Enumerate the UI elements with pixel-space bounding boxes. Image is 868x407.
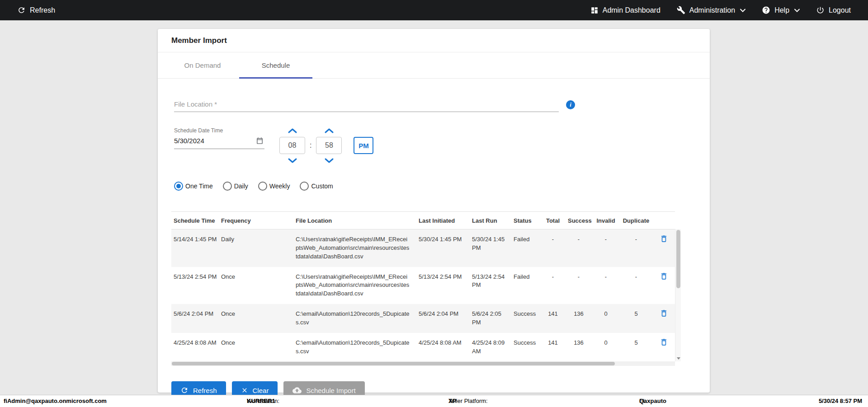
administration-label: Administration [689,6,735,14]
administration-menu[interactable]: Administration [677,6,745,14]
table-row: 5/14/24 1:45 PM Daily C:\Users\ratnak\gi… [171,229,675,267]
schedule-import-button-label: Schedule Import [306,387,355,394]
cell-duplicate: - [622,267,656,304]
minute-input[interactable] [316,137,342,154]
tab-on-demand[interactable]: On Demand [166,52,239,78]
table-row: 5/6/24 2:04 PM Once C:\email\Automation\… [171,304,675,333]
calendar-icon[interactable] [256,137,264,146]
cell-total: - [544,267,568,304]
cell-invalid: - [596,229,622,267]
radio-weekly[interactable]: Weekly [258,182,290,191]
page-title: Member Import [171,36,227,45]
radio-icon [258,182,267,191]
schedule-date-input[interactable] [174,135,264,149]
help-label: Help [774,6,789,14]
logout-nav[interactable]: Logout [816,6,851,14]
radio-label: Weekly [269,182,290,190]
cell-duplicate: 5 [622,333,656,362]
col-invalid: Invalid [596,212,622,229]
file-location-input[interactable] [174,98,559,112]
topbar: Refresh Admin Dashboard Administration H… [0,0,868,20]
table-header-row: Schedule Time Frequency File Location La… [171,212,675,229]
hour-decrement-button[interactable] [288,157,297,164]
tab-bar: On Demand Schedule [158,52,710,79]
teller-platform-label: Teller Platform: [448,395,488,407]
delete-row-button[interactable] [660,234,668,244]
tab-schedule[interactable]: Schedule [239,52,312,78]
col-actions [656,212,675,229]
workstation-label: Workstation: [247,395,279,407]
chevron-down-icon [740,9,745,12]
clear-button-label: Clear [253,387,269,394]
delete-row-button[interactable] [660,338,668,348]
cell-last-run: 5/13/24 2:54 PM [472,267,514,304]
meridiem-toggle[interactable]: PM [354,137,373,154]
cell-status: Success [514,304,544,333]
delete-row-button[interactable] [660,272,668,282]
radio-label: Daily [234,182,248,190]
radio-icon [174,182,183,191]
radio-one-time[interactable]: One Time [174,182,213,191]
cell-last-initiated: 5/13/24 2:54 PM [419,267,472,304]
info-icon[interactable]: i [566,100,575,109]
footer-teller-platform: Teller Platform: XP [448,395,456,407]
col-status: Status [514,212,544,229]
footer-datetime: 5/30/24 8:57 PM [819,395,862,407]
col-frequency: Frequency [221,212,296,229]
cell-file-location: C:\email\Automation\120records_5Dupicate… [296,333,419,362]
scrollbar-thumb[interactable] [676,230,680,288]
radio-icon [223,182,232,191]
cell-frequency: Once [221,267,296,304]
cell-last-run: 4/25/24 8:09 AM [472,333,514,362]
cell-total: 141 [544,333,568,362]
scrollbar-thumb[interactable] [172,362,615,365]
table-row: 5/13/24 2:54 PM Once C:\Users\ratnak\git… [171,267,675,304]
logout-label: Logout [829,6,851,14]
cell-schedule-time: 5/14/24 1:45 PM [171,229,221,267]
cell-invalid: 0 [596,333,622,362]
cell-success: 136 [568,304,596,333]
radio-custom[interactable]: Custom [300,182,333,191]
hour-increment-button[interactable] [288,127,297,134]
cell-file-location: C:\Users\ratnak\git\eReceipts\IMM_ERecei… [296,267,419,304]
schedule-datetime-label: Schedule Date Time [174,127,264,134]
minute-increment-button[interactable] [324,127,334,134]
table-horizontal-scrollbar[interactable] [171,361,675,366]
cloud-upload-icon [292,386,302,395]
cell-invalid: 0 [596,304,622,333]
table-vertical-scrollbar[interactable] [675,229,681,361]
cell-schedule-time: 4/25/24 8:08 AM [171,333,221,362]
cell-schedule-time: 5/13/24 2:54 PM [171,267,221,304]
cell-status: Success [514,333,544,362]
radio-daily[interactable]: Daily [223,182,248,191]
member-import-card: Member Import On Demand Schedule i Sched… [158,29,710,393]
admin-dashboard-nav[interactable]: Admin Dashboard [590,6,660,14]
minute-decrement-button[interactable] [324,157,334,164]
cell-success: 136 [568,333,596,362]
scroll-down-icon[interactable] [677,357,680,360]
cell-file-location: C:\Users\ratnak\git\eReceipts\IMM_ERecei… [296,229,419,267]
cell-last-initiated: 4/25/24 8:08 AM [419,333,472,362]
schedule-date-field: Schedule Date Time [174,127,264,149]
time-separator: : [310,141,311,150]
cell-last-initiated: 5/6/24 2:04 PM [419,304,472,333]
radio-label: One Time [185,182,213,190]
file-location-field: i [174,98,581,112]
chevron-down-icon [794,9,800,12]
cell-schedule-time: 5/6/24 2:04 PM [171,304,221,333]
radio-icon [300,182,309,191]
refresh-nav[interactable]: Refresh [17,6,55,14]
power-icon [816,6,825,14]
cell-frequency: Once [221,333,296,362]
delete-row-button[interactable] [660,309,668,319]
col-success: Success [568,212,596,229]
col-schedule-time: Schedule Time [171,212,221,229]
topbar-right: Admin Dashboard Administration Help L [590,6,851,14]
topbar-left: Refresh [17,6,55,14]
close-icon [241,387,248,394]
hour-input[interactable] [279,137,305,154]
help-menu[interactable]: Help [762,6,800,14]
schedule-datetime-row: Schedule Date Time [174,127,710,164]
col-file-location: File Location [296,212,419,229]
cell-duplicate: 5 [622,304,656,333]
